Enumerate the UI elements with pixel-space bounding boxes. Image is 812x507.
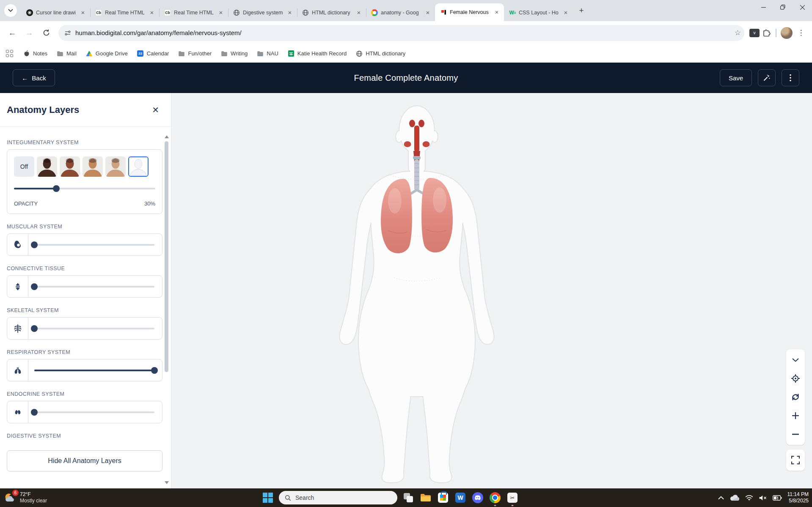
skin-tone-option-1[interactable] — [37, 156, 57, 177]
tab-search-button[interactable] — [4, 4, 17, 17]
connective-slider[interactable] — [28, 276, 162, 297]
panel-scroll-area[interactable]: INTEGUMENTARY SYSTEM Off — [0, 127, 171, 441]
fullscreen-button[interactable] — [787, 451, 804, 469]
browser-menu-icon[interactable]: ⋮ — [795, 28, 807, 37]
tab-close-icon[interactable]: × — [424, 9, 432, 16]
address-bar[interactable]: human.biodigital.com/gar/anatomy/female/… — [58, 25, 744, 41]
profile-avatar[interactable] — [781, 27, 793, 39]
tab-close-icon[interactable]: × — [355, 9, 363, 16]
tab-digestive-system[interactable]: Digestive system × — [228, 4, 297, 21]
close-panel-icon[interactable]: ✕ — [152, 106, 159, 114]
volume-muted-icon[interactable] — [759, 495, 767, 501]
slider-thumb[interactable] — [31, 241, 38, 248]
taskbar-clock[interactable]: 11:14 PM 5/8/2025 — [787, 491, 809, 504]
bookmark-star-icon[interactable]: ☆ — [735, 28, 741, 37]
word-button[interactable]: W — [454, 491, 467, 504]
zoom-out-button[interactable] — [787, 425, 804, 444]
back-nav-icon[interactable]: ← — [5, 26, 19, 40]
tab-title: Female Nervous — [450, 9, 490, 15]
bookmark-html-dictionary[interactable]: HTML dictionary — [356, 50, 405, 57]
back-button[interactable]: ← Back — [13, 69, 55, 86]
slider-fill — [34, 370, 154, 371]
skin-off-button[interactable]: Off — [14, 156, 34, 177]
tab-close-icon[interactable]: × — [148, 9, 156, 16]
chrome-button[interactable] — [489, 491, 501, 504]
skin-tone-option-2[interactable] — [60, 156, 80, 177]
tab-css-layout[interactable]: W3 CSS Layout - Ho × — [504, 4, 573, 21]
slider-thumb[interactable] — [53, 185, 60, 192]
extensions-puzzle-icon[interactable] — [762, 28, 771, 38]
zoom-in-button[interactable] — [787, 406, 804, 425]
maximize-button[interactable] — [773, 0, 793, 14]
reload-icon[interactable] — [39, 26, 53, 40]
reset-rotate-button[interactable] — [787, 388, 804, 406]
close-window-button[interactable] — [793, 0, 812, 14]
slider-thumb[interactable] — [31, 325, 38, 332]
file-explorer-button[interactable] — [419, 491, 432, 504]
panel-scrollbar[interactable] — [164, 135, 169, 484]
weather-widget[interactable]: 6 72°F Mostly clear — [3, 488, 47, 507]
skin-tone-option-3[interactable] — [83, 156, 103, 177]
site-info-icon[interactable] — [64, 30, 71, 36]
endocrine-slider[interactable] — [28, 401, 162, 423]
opacity-slider[interactable] — [14, 185, 155, 192]
taskbar-search[interactable]: Search — [279, 491, 397, 504]
tab-real-time-html-2[interactable]: Cb Real Time HTML × — [159, 4, 228, 21]
hide-all-layers-button[interactable]: Hide All Anatomy Layers — [7, 450, 162, 471]
bookmark-fun-other[interactable]: Fun/other — [178, 50, 212, 57]
tab-female-nervous-active[interactable]: Female Nervous × — [435, 3, 504, 21]
start-button[interactable] — [261, 491, 274, 504]
slider-thumb[interactable] — [31, 409, 38, 416]
center-target-button[interactable] — [787, 369, 804, 388]
skin-transparent-option-selected[interactable] — [128, 156, 149, 177]
tab-close-icon[interactable]: × — [79, 9, 87, 16]
onedrive-icon[interactable] — [729, 494, 740, 501]
bookmark-google-drive[interactable]: Google Drive — [86, 50, 128, 57]
bookmark-calendar[interactable]: 22 Calendar — [137, 50, 169, 57]
scroll-up-icon[interactable] — [165, 135, 169, 138]
globe-icon — [356, 50, 363, 57]
apps-grid-icon[interactable] — [6, 50, 13, 57]
bookmark-writing[interactable]: Writing — [221, 50, 248, 57]
muscular-slider[interactable] — [28, 234, 162, 255]
battery-icon[interactable] — [773, 495, 782, 501]
discord-button[interactable] — [471, 491, 484, 504]
female-body-model[interactable] — [336, 104, 497, 484]
tab-real-time-html-1[interactable]: Cb Real Time HTML × — [90, 4, 159, 21]
bookmark-mail[interactable]: Mail — [57, 50, 77, 57]
bookmark-katie-health-record[interactable]: Katie Health Record — [288, 50, 347, 57]
minimize-button[interactable] — [754, 0, 773, 14]
lungs-icon — [7, 359, 28, 381]
snipping-tool-button[interactable]: ✂ — [506, 491, 519, 504]
anatomy-viewport[interactable] — [171, 93, 812, 488]
tab-close-icon[interactable]: × — [562, 9, 570, 16]
tab-close-icon[interactable]: × — [493, 8, 501, 16]
new-tab-button[interactable]: + — [575, 5, 587, 16]
collapse-controls-button[interactable] — [787, 351, 804, 369]
microsoft-store-button[interactable] — [437, 491, 449, 504]
skin-tone-option-4[interactable] — [105, 156, 126, 177]
tray-chevron-up-icon[interactable] — [718, 496, 724, 500]
tab-cursor-line-drawing[interactable]: Cursor line drawi × — [21, 4, 90, 21]
slider-thumb[interactable] — [31, 283, 38, 290]
scroll-down-icon[interactable] — [165, 481, 169, 484]
tab-html-dictionary[interactable]: HTML dictionary × — [297, 4, 366, 21]
skeletal-slider[interactable] — [28, 318, 162, 339]
slider-thumb[interactable] — [151, 367, 158, 374]
bookmark-notes[interactable]: Notes — [23, 50, 47, 57]
extension-monitor-icon[interactable]: v — [749, 29, 760, 37]
forward-nav-icon[interactable]: → — [22, 26, 36, 40]
respiratory-slider[interactable] — [28, 359, 162, 381]
wifi-icon[interactable] — [745, 495, 753, 501]
bookmark-nau[interactable]: NAU — [257, 50, 278, 57]
tab-close-icon[interactable]: × — [286, 9, 294, 16]
save-button[interactable]: Save — [720, 69, 752, 86]
tab-close-icon[interactable]: × — [217, 9, 225, 16]
scrollbar-thumb[interactable] — [165, 141, 168, 372]
header-actions: Save — [720, 69, 799, 86]
header-menu-button[interactable] — [782, 69, 799, 86]
magic-wand-button[interactable] — [758, 69, 776, 86]
tab-anatomy-google[interactable]: anatomy - Goog × — [366, 4, 435, 21]
url-text[interactable]: human.biodigital.com/gar/anatomy/female/… — [75, 29, 730, 36]
task-view-button[interactable] — [402, 491, 415, 504]
